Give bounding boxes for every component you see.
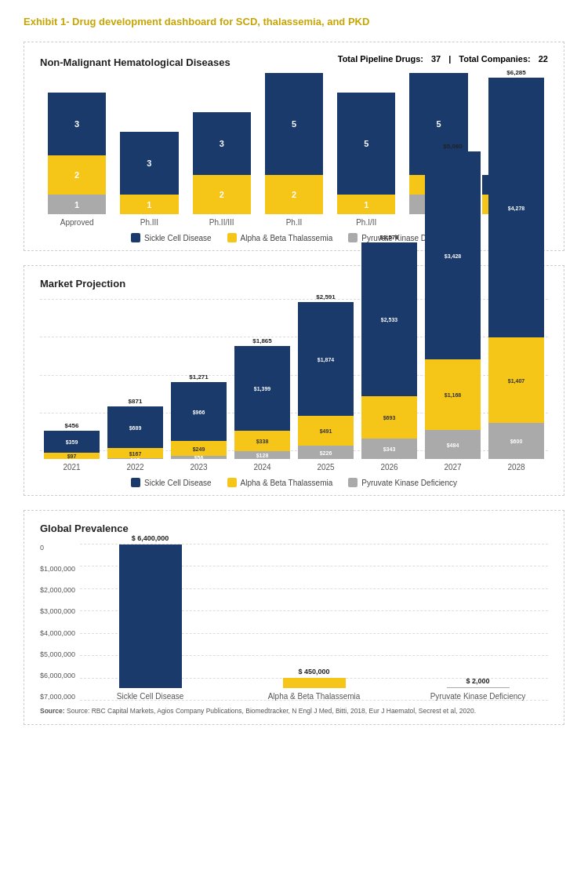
market-total-2027: $5,080 xyxy=(443,143,462,150)
market-blue-2021: $359 xyxy=(44,431,100,453)
market-yellow-2023: $249 xyxy=(171,441,227,456)
market-yellow-2027: $1,168 xyxy=(425,359,481,430)
chart1-title: Non-Malignant Hematological Diseases xyxy=(40,56,230,68)
market-blue-2022: $689 xyxy=(107,406,163,448)
legend2-dot-blue xyxy=(131,478,140,487)
market-total-2022: $871 xyxy=(129,398,143,405)
market-total-2021: $456 xyxy=(65,422,79,429)
legend2-scd: Sickle Cell Disease xyxy=(131,478,212,487)
legend2-pkd-label: Pyruvate Kinase Deficiency xyxy=(361,479,457,487)
market-yellow-2028: $1,407 xyxy=(488,337,544,423)
market-blue-2025: $1,874 xyxy=(298,302,354,416)
legend2-thal: Alpha & Beta Thalassemia xyxy=(227,478,333,487)
chart1-section: Non-Malignant Hematological Diseases Tot… xyxy=(24,42,564,251)
year-label-2025: 2025 xyxy=(317,463,334,472)
market-yellow-2026: $693 xyxy=(361,396,417,439)
market-gray-2027: $484 xyxy=(425,430,481,459)
prev-bar-label-Sickle Cell Disease: Sickle Cell Disease xyxy=(117,692,184,701)
bar-blue-Approved: 3 xyxy=(48,93,106,155)
prev-bars-wrapper: $ 6,400,000Sickle Cell Disease$ 450,000A… xyxy=(80,544,548,701)
year-label-2028: 2028 xyxy=(507,463,524,472)
bar-gray-Approved: 1 xyxy=(48,195,106,214)
year-label-2021: 2021 xyxy=(63,463,80,472)
companies-label: Total Companies: xyxy=(459,54,530,64)
legend-dot-blue xyxy=(131,233,140,242)
bar-blue-Ph.II: 5 xyxy=(265,73,323,175)
prev-bar-sicklecelldisease: $ 6,400,000Sickle Cell Disease xyxy=(80,534,220,701)
market-yellow-2021: $97 xyxy=(44,453,100,459)
prev-bar-alphabetathalassemia: $ 450,000Alpha & Beta Thalassemia xyxy=(244,668,384,701)
market-blue-2026: $2,533 xyxy=(361,242,417,396)
year-label-2024: 2024 xyxy=(253,463,270,472)
prev-bar-el-Sickle Cell Disease xyxy=(119,544,182,688)
year-label-2022: 2022 xyxy=(126,463,143,472)
pipeline-value: 37 xyxy=(431,54,441,64)
bar-blue-Ph.III: 3 xyxy=(120,132,178,195)
bar-yellow-Ph.I/II: 1 xyxy=(337,195,395,214)
bar-blue-Ph.I/II: 5 xyxy=(337,93,395,195)
bar-yellow-Ph.II/III: 2 xyxy=(193,175,251,214)
market-total-2024: $1,865 xyxy=(252,337,271,344)
chart2-legend: Sickle Cell Disease Alpha & Beta Thalass… xyxy=(40,478,548,487)
source-content: Source: RBC Capital Markets, Agios Compa… xyxy=(67,707,476,715)
prevalence-chart-wrapper: $7,000,000$6,000,000$5,000,000$4,000,000… xyxy=(40,544,548,701)
market-yellow-2025: $491 xyxy=(298,416,354,446)
bar-group-approved: 123Approved xyxy=(48,93,106,227)
bar-group-phiii: 13Ph.III xyxy=(120,132,178,227)
chart3-section: Global Prevalence $7,000,000$6,000,000$5… xyxy=(24,510,564,725)
legend2-dot-yellow xyxy=(227,478,237,487)
market-total-2028: $6,285 xyxy=(506,69,525,76)
prev-bars: $ 6,400,000Sickle Cell Disease$ 450,000A… xyxy=(80,544,548,701)
year-label-2026: 2026 xyxy=(380,463,397,472)
prev-bar-el-Alpha & Beta Thalassemia xyxy=(283,678,346,688)
bar-label-Ph.III: Ph.III xyxy=(140,218,158,227)
prev-bar-pyruvatekinasedeficiency: $ 2,000Pyruvate Kinase Deficiency xyxy=(408,677,548,701)
market-blue-2023: $966 xyxy=(171,382,227,441)
bar-group-phiii: 15Ph.I/II xyxy=(337,93,395,227)
chart2-bars: $456$97$3592021$871$15$167$6892022$1,271… xyxy=(40,299,548,472)
legend2-scd-label: Sickle Cell Disease xyxy=(144,479,212,487)
market-total-2025: $2,591 xyxy=(316,293,335,300)
prev-y-labels: $7,000,000$6,000,000$5,000,000$4,000,000… xyxy=(40,544,75,701)
prev-value-Alpha & Beta Thalassemia: $ 450,000 xyxy=(299,668,330,676)
bar-label-Ph.I/II: Ph.I/II xyxy=(356,218,376,227)
market-gray-2028: $600 xyxy=(488,423,544,459)
market-bar-2027: $5,080$484$1,168$3,4282027 xyxy=(425,143,481,472)
legend2-thal-label: Alpha & Beta Thalassemia xyxy=(241,479,333,487)
exhibit-title: Exhibit 1- Drug development dashboard fo… xyxy=(24,16,564,27)
market-gray-2022: $15 xyxy=(107,458,163,459)
bar-label-Approved: Approved xyxy=(60,218,94,227)
legend-dot-yellow xyxy=(227,233,237,242)
market-bar-2025: $2,591$226$491$1,8742025 xyxy=(298,293,354,472)
market-yellow-2022: $167 xyxy=(107,448,163,458)
market-bar-2021: $456$97$3592021 xyxy=(44,422,100,472)
legend-thal-label: Alpha & Beta Thalassemia xyxy=(241,234,333,242)
bar-blue-Ph.II/III: 3 xyxy=(193,112,251,175)
legend-thal: Alpha & Beta Thalassemia xyxy=(227,233,333,242)
prev-bar-el-Pyruvate Kinase Deficiency xyxy=(447,687,510,688)
prev-bar-label-Alpha & Beta Thalassemia: Alpha & Beta Thalassemia xyxy=(268,692,361,701)
market-bar-2026: $3,570$343$693$2,5332026 xyxy=(361,234,417,472)
market-bar-2023: $1,271$56$249$9662023 xyxy=(171,373,227,472)
companies-value: 22 xyxy=(539,54,548,64)
market-blue-2027: $3,428 xyxy=(425,151,481,359)
source-text: Source: Source: RBC Capital Markets, Agi… xyxy=(40,707,548,716)
market-blue-2028: $4,278 xyxy=(488,78,544,337)
prev-value-Sickle Cell Disease: $ 6,400,000 xyxy=(132,534,169,542)
market-bar-2028: $6,285$600$1,407$4,2782028 xyxy=(488,69,544,472)
bar-group-phiiiii: 23Ph.II/III xyxy=(193,112,251,227)
market-gray-2026: $343 xyxy=(361,439,417,459)
market-gray-2025: $226 xyxy=(298,446,354,459)
bar-yellow-Ph.III: 1 xyxy=(120,195,178,214)
bar-label-Ph.II: Ph.II xyxy=(286,218,303,227)
market-total-2023: $1,271 xyxy=(189,373,208,381)
legend2-dot-gray xyxy=(348,478,358,487)
bar-label-Ph.II/III: Ph.II/III xyxy=(209,218,234,227)
chart2-section: Market Projection $456$97$3592021$871$15… xyxy=(24,265,564,496)
market-gray-2023: $56 xyxy=(171,456,227,459)
year-label-2023: 2023 xyxy=(190,463,207,472)
market-yellow-2024: $338 xyxy=(234,431,290,451)
prev-bar-label-Pyruvate Kinase Deficiency: Pyruvate Kinase Deficiency xyxy=(430,692,526,701)
chart3-title: Global Prevalence xyxy=(40,523,548,534)
market-bar-2024: $1,865$128$338$1,3992024 xyxy=(234,337,290,472)
